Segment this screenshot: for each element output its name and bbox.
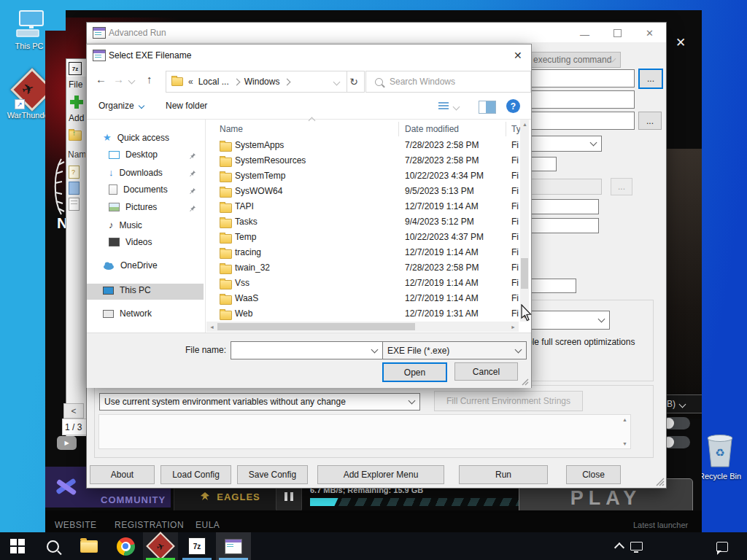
breadcrumb-separator-icon [284, 78, 291, 85]
desktop: This PC ✈ ↗ WarThunder ♻ Recycle Bin N ✕… [0, 0, 747, 560]
sevenzip-helpfile-icon: ? [69, 166, 80, 179]
language-dropdown[interactable]: B) [660, 394, 705, 413]
select-exe-dialog: Select EXE Filename ✕ ← → ↑ « Local ... … [86, 44, 532, 388]
maximize-button[interactable] [614, 29, 622, 37]
environment-groupbox: Use current system environment variables… [94, 385, 654, 458]
sidebar-item-desktop[interactable]: Desktop [109, 149, 158, 160]
launcher-close-icon[interactable]: ✕ [676, 35, 686, 50]
sidebar-item-this-pc[interactable]: This PC [103, 285, 151, 295]
desktop-icon-this-pc[interactable]: This PC [9, 9, 50, 50]
search-box[interactable]: Search Windows [365, 71, 531, 93]
environment-combobox[interactable]: Use current system environment variables… [99, 393, 420, 411]
music-icon: ♪ [109, 219, 114, 230]
run-button[interactable]: Run [459, 465, 548, 484]
view-list-icon[interactable] [438, 102, 449, 111]
recent-locations-chevron-icon[interactable] [128, 77, 136, 85]
website-link[interactable]: WEBSITE [55, 520, 97, 530]
advanced-run-titlebar[interactable]: Advanced Run — ✕ [87, 23, 666, 42]
sidebar-item-downloads[interactable]: ↓ Downloads [109, 167, 163, 178]
action-center-icon[interactable] [716, 542, 728, 552]
sidebar-item-pictures[interactable]: Pictures [109, 202, 157, 212]
organize-menu[interactable]: Organize [98, 101, 144, 111]
taskbar-advancedrun[interactable] [216, 532, 251, 560]
environment-textarea[interactable]: ▲ ▼ [98, 414, 631, 449]
load-config-button[interactable]: Load Config [160, 465, 231, 484]
new-folder-button[interactable]: New folder [166, 101, 207, 111]
sidebar-item-quick-access[interactable]: ★ Quick access [103, 132, 169, 143]
help-button[interactable]: ? [506, 99, 520, 113]
file-type-combobox[interactable]: EXE File (*.exe) [382, 341, 527, 359]
browse-directory-button[interactable]: ... [638, 112, 662, 130]
sidebar-item-network[interactable]: Network [103, 308, 152, 319]
close-button[interactable]: ✕ [646, 28, 654, 38]
back-button[interactable]: ← [96, 73, 107, 85]
file-explorer-icon [80, 540, 98, 553]
horizontal-scrollbar-thumb[interactable] [217, 323, 415, 330]
onedrive-cloud-icon [103, 262, 115, 270]
sevenzip-folder-up-icon[interactable]: ↑ [69, 131, 82, 141]
chrome-icon [117, 537, 135, 556]
cancel-button[interactable]: Cancel [454, 362, 518, 381]
taskbar-search-button[interactable] [35, 532, 70, 560]
breadcrumb-folder-icon [171, 77, 183, 86]
svg-text:♻: ♻ [715, 446, 724, 459]
sevenzip-name-column[interactable]: Name [68, 149, 85, 160]
dialog-titlebar[interactable]: Select EXE Filename ✕ [87, 44, 531, 65]
sidebar-item-music[interactable]: ♪ Music [109, 219, 142, 230]
start-button[interactable] [0, 532, 35, 560]
registration-link[interactable]: REGISTRATION [115, 520, 184, 530]
browse-program-button[interactable]: ... [638, 69, 663, 89]
desktop-icon-label: This PC [9, 42, 50, 50]
desktop-icon-recycle-bin[interactable]: ♻ Recycle Bin [694, 429, 746, 481]
taskbar-warthunder[interactable]: ✈ [143, 532, 178, 560]
sidebar-item-documents[interactable]: Documents [109, 184, 168, 195]
dialog-bottom-bar: File name: EXE File (*.exe) Open Cancel [87, 332, 531, 388]
minimize-button[interactable]: — [580, 30, 589, 39]
about-button[interactable]: About [90, 465, 155, 484]
sidebar-item-onedrive[interactable]: OneDrive [103, 260, 158, 271]
taskbar-chrome[interactable] [108, 532, 143, 560]
breadcrumb-overflow[interactable]: « [188, 77, 193, 87]
eula-link[interactable]: EULA [196, 520, 220, 530]
tray-chevron-up-icon[interactable] [614, 542, 624, 553]
sevenzip-add-icon[interactable] [69, 94, 85, 110]
horizontal-scrollbar[interactable]: ◄ ► [206, 322, 519, 332]
vertical-scrollbar-thumb[interactable] [521, 258, 528, 289]
view-dropdown-icon[interactable] [453, 104, 460, 111]
address-dropdown-icon[interactable] [333, 78, 341, 85]
dialog-resize-grip[interactable] [522, 378, 529, 386]
vertical-scrollbar[interactable]: ▲ ▼ [520, 120, 529, 322]
file-name-label: File name: [185, 345, 226, 355]
eagle-icon [199, 491, 211, 502]
column-header-type[interactable]: Ty [511, 124, 521, 134]
breadcrumb[interactable]: « Local ... Windows [166, 71, 347, 93]
advancedrun-icon [225, 539, 242, 554]
sevenzip-scroll-left-button[interactable]: < [63, 403, 84, 419]
breadcrumb-item-localdisk[interactable]: Local ... [198, 77, 229, 87]
open-button[interactable]: Open [382, 362, 447, 382]
forward-button[interactable]: → [113, 73, 124, 85]
taskbar-file-explorer[interactable] [71, 532, 107, 560]
recycle-bin-icon: ♻ [703, 429, 738, 470]
dialog-sidebar: ★ Quick access Desktop ↓ Downloads Docum… [87, 120, 205, 332]
column-header-name[interactable]: Name [220, 124, 243, 134]
dialog-close-icon[interactable]: ✕ [514, 50, 522, 61]
up-button[interactable]: ↑ [147, 73, 152, 85]
file-name-input[interactable] [231, 341, 383, 359]
refresh-button[interactable]: ↻ [344, 71, 365, 93]
network-icon[interactable] [630, 542, 643, 551]
pin-icon [189, 187, 196, 195]
column-header-date[interactable]: Date modified [405, 124, 459, 134]
save-config-button[interactable]: Save Config [237, 465, 308, 484]
sevenzip-file-menu[interactable]: File [69, 79, 86, 90]
resize-grip[interactable] [656, 478, 665, 486]
breadcrumb-item-windows[interactable]: Windows [244, 77, 280, 87]
close-button-bottom[interactable]: Close [566, 465, 621, 484]
preview-pane-icon[interactable] [479, 101, 496, 114]
taskbar-sevenzip[interactable]: 7z [179, 532, 214, 560]
add-explorer-menu-button[interactable]: Add Explorer Menu [317, 465, 444, 484]
sidebar-item-videos[interactable]: Videos [109, 237, 152, 247]
youtube-icon[interactable]: ▶ [57, 436, 77, 450]
this-pc-icon [103, 287, 114, 295]
fill-env-button: Fill Current Environment Strings [434, 391, 583, 411]
